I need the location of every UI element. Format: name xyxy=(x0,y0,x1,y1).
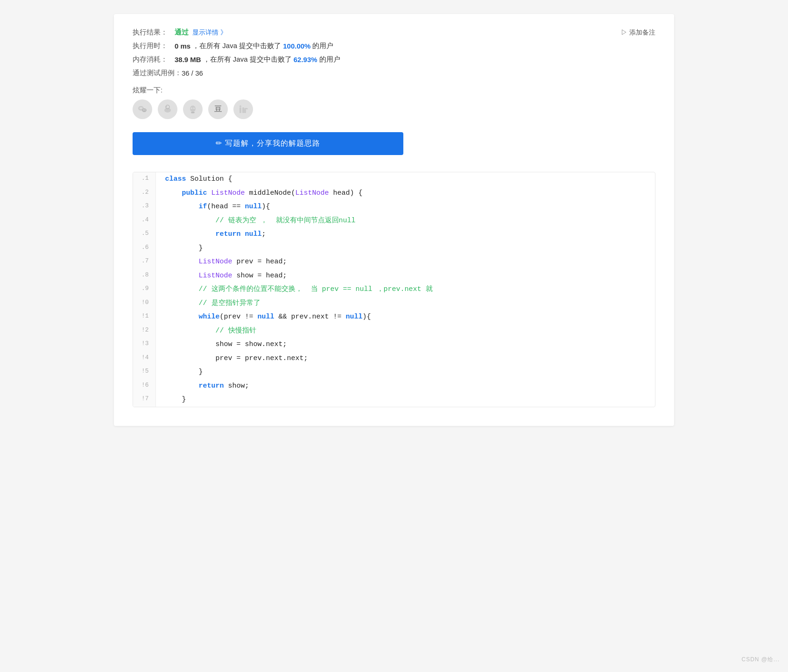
line-number: .5 xyxy=(133,227,155,241)
qq-share-button[interactable] xyxy=(183,99,203,119)
line-content: show = show.next; xyxy=(155,338,655,352)
line-number: !3 xyxy=(133,338,155,352)
time-label: 执行用时： xyxy=(133,42,175,50)
code-line: .3 if(head == null){ xyxy=(133,200,655,214)
share-label: 炫耀一下: xyxy=(133,86,655,95)
svg-rect-15 xyxy=(239,107,241,113)
line-number: !7 xyxy=(133,393,155,407)
code-line: .4 // 链表为空 ， 就没有中间节点返回null xyxy=(133,214,655,228)
line-content: if(head == null){ xyxy=(155,200,655,214)
line-content: public ListNode middleNode(ListNode head… xyxy=(155,186,655,200)
svg-point-10 xyxy=(191,112,195,113)
code-line: !5 } xyxy=(133,365,655,379)
time-desc: ，在所有 Java 提交中击败了 xyxy=(192,42,281,50)
memory-percent: 62.93% xyxy=(294,56,317,64)
show-detail-link[interactable]: 显示详情 》 xyxy=(192,28,227,37)
time-suffix: 的用户 xyxy=(312,42,333,50)
line-content: prev = prev.next.next; xyxy=(155,352,655,366)
line-number: .3 xyxy=(133,200,155,214)
qq-icon xyxy=(188,104,198,114)
execution-label: 执行结果： xyxy=(133,28,175,37)
svg-point-5 xyxy=(145,110,146,111)
line-content: } xyxy=(155,393,655,407)
svg-point-9 xyxy=(190,106,196,112)
code-line: .2 public ListNode middleNode(ListNode h… xyxy=(133,186,655,200)
write-solution-button[interactable]: ✏ 写题解，分享我的解题思路 xyxy=(133,132,403,155)
main-container: 执行结果： 通过 显示详情 》 ▷ 添加备注 执行用时： 0 ms ，在所有 J… xyxy=(114,14,674,426)
line-number: !0 xyxy=(133,297,155,311)
code-line: .9 // 这两个条件的位置不能交换， 当 prev == null ，prev… xyxy=(133,283,655,297)
execution-result-row: 执行结果： 通过 显示详情 》 ▷ 添加备注 xyxy=(133,28,655,37)
memory-row: 内存消耗： 38.9 MB ，在所有 Java 提交中击败了 62.93% 的用… xyxy=(133,55,655,64)
code-line: .6 } xyxy=(133,241,655,255)
linkedin-icon xyxy=(238,104,248,114)
memory-suffix: 的用户 xyxy=(319,55,340,64)
line-content: class Solution { xyxy=(155,172,655,186)
line-number: .8 xyxy=(133,269,155,283)
time-value: 0 ms xyxy=(175,42,190,50)
douban-icon: 豆 xyxy=(214,105,222,114)
code-line: .5 return null; xyxy=(133,227,655,241)
line-content: return show; xyxy=(155,379,655,393)
code-line: !3 show = show.next; xyxy=(133,338,655,352)
line-content: // 快慢指针 xyxy=(155,324,655,338)
code-line: !7 } xyxy=(133,393,655,407)
testcase-label: 通过测试用例： xyxy=(133,69,182,78)
weibo-share-button[interactable] xyxy=(158,99,177,119)
testcase-value: 36 / 36 xyxy=(182,69,203,77)
pass-status: 通过 xyxy=(175,28,189,37)
line-number: !5 xyxy=(133,365,155,379)
svg-point-4 xyxy=(143,110,144,111)
svg-rect-17 xyxy=(242,107,244,113)
code-line: !2 // 快慢指针 xyxy=(133,324,655,338)
line-content: } xyxy=(155,365,655,379)
execution-time-row: 执行用时： 0 ms ，在所有 Java 提交中击败了 100.00% 的用户 xyxy=(133,42,655,50)
share-section: 炫耀一下: 豆 xyxy=(133,86,655,119)
add-note-label: ▷ 添加备注 xyxy=(621,28,655,37)
line-number: !4 xyxy=(133,352,155,366)
svg-point-16 xyxy=(239,106,241,107)
code-line: !1 while(prev != null && prev.next != nu… xyxy=(133,310,655,324)
svg-point-1 xyxy=(140,108,141,109)
svg-point-3 xyxy=(142,108,147,112)
douban-share-button[interactable]: 豆 xyxy=(208,99,228,119)
line-content: return null; xyxy=(155,227,655,241)
line-number: .4 xyxy=(133,214,155,228)
code-line: .8 ListNode show = head; xyxy=(133,269,655,283)
line-content: } xyxy=(155,241,655,255)
line-content: while(prev != null && prev.next != null)… xyxy=(155,310,655,324)
add-note-button[interactable]: ▷ 添加备注 xyxy=(621,28,655,37)
memory-label: 内存消耗： xyxy=(133,55,175,64)
svg-point-8 xyxy=(166,106,167,107)
line-number: .9 xyxy=(133,283,155,297)
svg-point-2 xyxy=(141,108,142,109)
line-number: .1 xyxy=(133,172,155,186)
line-content: // 链表为空 ， 就没有中间节点返回null xyxy=(155,214,655,228)
code-line: !0 // 是空指针异常了 xyxy=(133,297,655,311)
line-number: .7 xyxy=(133,255,155,269)
code-line: !6 return show; xyxy=(133,379,655,393)
line-number: .2 xyxy=(133,186,155,200)
line-content: ListNode prev = head; xyxy=(155,255,655,269)
code-section: .1class Solution {.2 public ListNode mid… xyxy=(133,172,655,407)
wechat-share-button[interactable] xyxy=(133,99,152,119)
code-line: !4 prev = prev.next.next; xyxy=(133,352,655,366)
line-number: !1 xyxy=(133,310,155,324)
weibo-icon xyxy=(162,104,173,114)
testcase-row: 通过测试用例： 36 / 36 xyxy=(133,69,655,78)
svg-point-14 xyxy=(194,108,194,109)
line-content: ListNode show = head; xyxy=(155,269,655,283)
wechat-icon xyxy=(137,104,148,114)
line-number: .6 xyxy=(133,241,155,255)
line-number: !2 xyxy=(133,324,155,338)
svg-rect-18 xyxy=(244,109,246,113)
line-number: !6 xyxy=(133,379,155,393)
memory-desc: ，在所有 Java 提交中击败了 xyxy=(203,55,292,64)
memory-value: 38.9 MB xyxy=(175,56,201,64)
code-line: .1class Solution { xyxy=(133,172,655,186)
result-section: 执行结果： 通过 显示详情 》 ▷ 添加备注 执行用时： 0 ms ，在所有 J… xyxy=(133,28,655,155)
time-percent: 100.00% xyxy=(283,42,310,50)
code-line: .7 ListNode prev = head; xyxy=(133,255,655,269)
line-content: // 这两个条件的位置不能交换， 当 prev == null ，prev.ne… xyxy=(155,283,655,297)
linkedin-share-button[interactable] xyxy=(233,99,253,119)
